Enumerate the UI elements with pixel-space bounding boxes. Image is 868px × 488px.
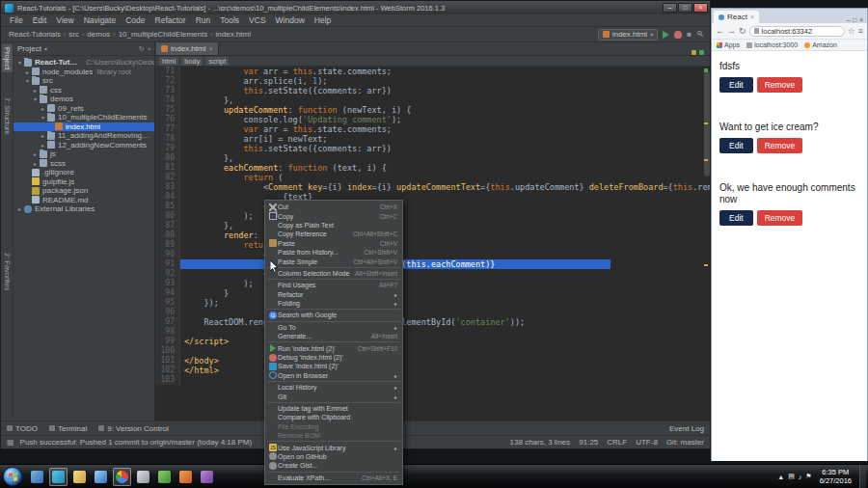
tag-path-item-script[interactable]: script [205, 57, 229, 66]
code-line-82[interactable]: 82 return ( [155, 173, 710, 182]
code-line-103[interactable]: 103 [155, 375, 710, 385]
project-panel-header[interactable]: Project ▾ ↻ ▪ [14, 42, 154, 56]
close-button[interactable]: × [859, 16, 863, 23]
tool-window-switcher-icon[interactable]: ▦ [7, 438, 14, 447]
tool-stripe-button-2-favorites[interactable]: 2: Favorites [2, 250, 13, 293]
breadcrumb-item-src[interactable]: src [67, 30, 81, 39]
code-line-71[interactable]: 71 var arr = this.state.comments; [155, 67, 710, 76]
back-button[interactable]: ← [716, 26, 724, 36]
edit-button[interactable]: Edit [719, 210, 753, 226]
context-menu-item-open-in-browser[interactable]: Open in Browser▸ [265, 371, 402, 380]
menubar-item-view[interactable]: View [51, 15, 78, 25]
tool-window-tab-todo[interactable]: TODO [7, 424, 38, 433]
tree-item-demos[interactable]: ▾demos [14, 95, 154, 104]
tab-close-icon[interactable] [208, 44, 212, 53]
context-menu-item-create-gist[interactable]: Create Gist... [265, 461, 402, 470]
tree-item-11-addingandremovingcomm[interactable]: ▸11_addingAndRemovingComm [14, 131, 154, 141]
code-line-96[interactable]: 96 [155, 308, 710, 317]
tree-item-10-multiplechildelements[interactable]: ▾10_multipleChildElements [14, 113, 154, 122]
menubar-item-navigate[interactable]: Navigate [79, 15, 122, 25]
tool-window-tab-9-version-control[interactable]: 9: Version Control [98, 424, 169, 433]
ide-title-bar[interactable]: React-Tutorials - [C:\Users\Bucky\Deskto… [1, 1, 710, 14]
code-line-85[interactable]: 85 </Comment> [155, 202, 710, 211]
code-line-77[interactable]: 77 var arr = this.state.comments; [155, 124, 710, 134]
breadcrumb-item-react-tutorials[interactable]: React-Tutorials [7, 30, 63, 39]
code-line-91[interactable]: 91 {this.state.comments.map(this.eachCom… [155, 259, 710, 269]
status-segment-utf-8[interactable]: UTF-8 [636, 438, 658, 447]
context-menu-item-refactor[interactable]: Refactor▸ [265, 290, 402, 299]
code-line-78[interactable]: 78 arr[i] = newText; [155, 134, 710, 144]
context-menu-item-save-index-html-2[interactable]: Save 'index.html (2)' [265, 362, 402, 370]
breadcrumb-item-index-html[interactable]: index.html [214, 30, 253, 39]
search-everywhere-icon[interactable]: 🔍︎ [696, 30, 704, 39]
minimize-button[interactable] [663, 3, 677, 13]
taskbar-app-icon[interactable] [70, 468, 89, 486]
taskbar-app-icon[interactable] [28, 468, 46, 486]
status-segment-git-master[interactable]: Git: master [666, 438, 704, 447]
menubar-item-code[interactable]: Code [121, 15, 149, 25]
context-menu-item-go-to[interactable]: Go To▸ [265, 323, 402, 332]
maximize-button[interactable] [678, 3, 692, 13]
code-line-76[interactable]: 76 console.log('Updating comment'); [155, 115, 710, 124]
browser-menu-icon[interactable]: ≡ [858, 26, 863, 36]
tree-item-scss[interactable]: ▸scss [14, 159, 154, 169]
code-line-72[interactable]: 72 arr.splice(i, 1); [155, 76, 710, 86]
breadcrumb-item-10-multiplechildelements[interactable]: 10_multipleChildElements [117, 30, 210, 39]
menubar-item-edit[interactable]: Edit [28, 15, 52, 25]
taskbar-clock[interactable]: 6:35 PM 6/27/2016 [816, 468, 855, 485]
bookmark-apps[interactable]: Apps [717, 41, 740, 48]
context-menu-item-use-javascript-library[interactable]: JSUse JavaScript Library▸ [265, 443, 402, 451]
code-line-79[interactable]: 79 this.setState({comments: arr}) [155, 144, 710, 153]
remove-button[interactable]: Remove [757, 210, 803, 226]
menubar-item-run[interactable]: Run [191, 15, 216, 25]
tree-item-12-addingnewcomments[interactable]: ▸12_addingNewComments [14, 141, 154, 150]
tree-item-gulpfile-js[interactable]: gulpfile.js [14, 177, 154, 187]
menubar-item-tools[interactable]: Tools [215, 15, 244, 25]
context-menu-item-cut[interactable]: CutCtrl+X [265, 203, 402, 211]
context-menu-item-update-tag-with-emmet[interactable]: Update tag with Emmet [265, 404, 402, 413]
menubar-item-window[interactable]: Window [271, 15, 310, 25]
action-center-icon[interactable]: ▤ [788, 473, 795, 480]
tree-item-package-json[interactable]: package.json [14, 186, 154, 196]
code-line-102[interactable]: 102</html> [155, 366, 710, 375]
context-menu-item-run-index-html-2[interactable]: Run 'index.html (2)'Ctrl+Shift+F10 [265, 343, 402, 352]
status-segment-138-chars-3-lines[interactable]: 138 chars, 3 lines [510, 438, 571, 447]
hidden-icons-arrow[interactable]: ▲ [777, 474, 784, 480]
tree-item-js[interactable]: ▸js [14, 149, 154, 159]
tree-item-09-refs[interactable]: ▸09_refs [14, 104, 154, 114]
context-menu-item-evaluate-xpath[interactable]: Evaluate XPath...Ctrl+Alt+X, E [265, 474, 402, 482]
debug-button[interactable] [674, 31, 682, 39]
context-menu-item-find-usages[interactable]: Find UsagesAlt+F7 [265, 281, 402, 289]
forward-button[interactable]: → [727, 26, 736, 36]
taskbar-app-icon[interactable] [134, 468, 152, 486]
taskbar-app-icon[interactable] [92, 468, 110, 486]
status-segment-91-25[interactable]: 91:25 [579, 438, 598, 447]
start-button[interactable] [3, 467, 22, 486]
tree-item-src[interactable]: ▾src [14, 76, 154, 86]
minimize-button[interactable]: – [847, 16, 851, 23]
code-line-73[interactable]: 73 this.setState({comments: arr}) [155, 86, 710, 95]
code-line-75[interactable]: 75 updateComment: function (newText, i) … [155, 105, 710, 115]
taskbar-app-icon[interactable] [49, 468, 68, 486]
code-line-101[interactable]: 101</body> [155, 356, 710, 366]
bookmark-localhost-3000[interactable]: localhost:3000 [746, 41, 798, 48]
editor-tab-index-html[interactable]: index.html [156, 42, 219, 55]
menubar-item-help[interactable]: Help [310, 15, 336, 25]
volume-icon[interactable]: ♪ [799, 474, 802, 480]
context-menu-item-debug-index-html-2[interactable]: Debug 'index.html (2)' [265, 353, 402, 362]
remove-button[interactable]: Remove [757, 77, 803, 93]
code-line-83[interactable]: 83 <Comment key={i} index={i} updateComm… [155, 182, 710, 192]
code-line-86[interactable]: 86 ); [155, 211, 710, 221]
status-segment-crlf[interactable]: CRLF [607, 438, 627, 447]
stop-button[interactable]: ■ [687, 30, 692, 39]
code-line-87[interactable]: 87 }, [155, 221, 710, 230]
tool-stripe-button-7-structure[interactable]: 7: Structure [2, 95, 13, 138]
tab-close-icon[interactable] [750, 13, 754, 21]
code-line-93[interactable]: 93 ); [155, 279, 710, 288]
maximize-button[interactable]: □ [853, 16, 856, 23]
tag-path-item-body[interactable]: body [181, 57, 203, 66]
taskbar-app-icon[interactable] [155, 468, 174, 486]
context-menu-item-git[interactable]: Git▸ [265, 392, 402, 400]
taskbar-app-icon[interactable] [176, 468, 195, 486]
context-menu-item-paste-from-history[interactable]: Paste from History...Ctrl+Shift+V [265, 248, 402, 257]
